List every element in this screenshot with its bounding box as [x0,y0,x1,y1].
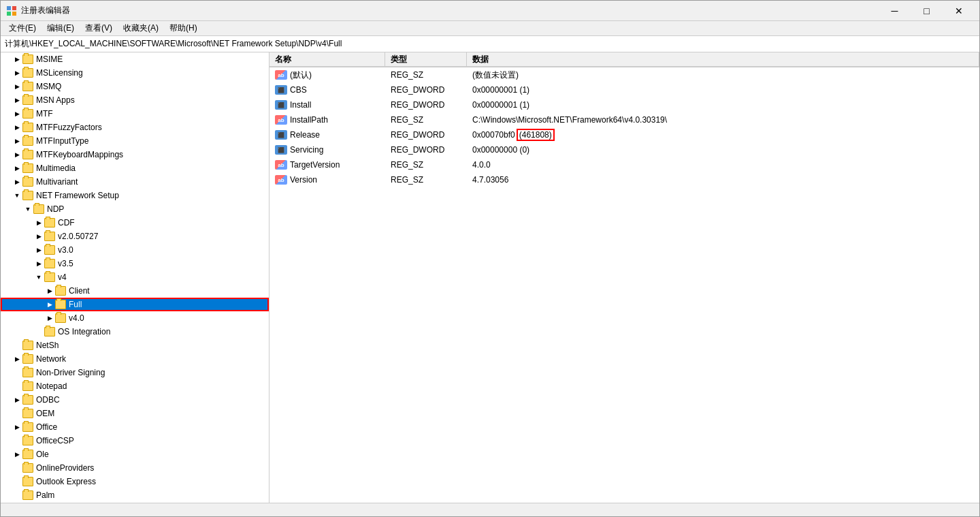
folder-icon [22,341,33,350]
reg-name-text: CBS [290,85,307,95]
tree-item-mtfkeyboardmappings[interactable]: ▶ MTFKeyboardMappings [1,148,269,161]
tree-item-onlineproviders[interactable]: OnlineProviders [1,461,269,475]
reg-icon-ab: ab [275,115,287,125]
tree-item-multivariant[interactable]: ▶ Multivariant [1,175,269,189]
col-header-type[interactable]: 类型 [385,52,467,66]
column-headers: 名称 类型 数据 [270,52,979,67]
tree-item-officecsp[interactable]: OfficeCSP [1,434,269,448]
registry-row-targetversion[interactable]: ab TargetVersion REG_SZ 4.0.0 [270,157,979,172]
reg-type-version: REG_SZ [385,175,467,185]
registry-row-servicing[interactable]: ⬛ Servicing REG_DWORD 0x00000000 (0) [270,142,979,157]
reg-name-release: ⬛ Release [270,130,385,140]
folder-icon [22,450,33,459]
registry-values-list[interactable]: ab (默认) REG_SZ (数值未设置) ⬛ CBS REG_DWORD 0… [270,67,979,503]
maximize-button[interactable]: □ [911,4,942,18]
reg-name-install: ⬛ Install [270,100,385,110]
svg-rect-1 [12,6,16,10]
tree-item-ole[interactable]: ▶ Ole [1,448,269,461]
tree-item-full[interactable]: ▶ Full [1,298,269,311]
expand-icon: ▶ [12,136,22,146]
expand-icon: ▶ [12,449,22,460]
tree-item-v4[interactable]: ▼ v4 [1,270,269,284]
expand-icon: ▶ [12,394,22,405]
tree-item-palm[interactable]: Palm [1,488,269,502]
tree-label: Palm [36,490,54,500]
tree-item-netframeworksetup[interactable]: ▼ NET Framework Setup [1,189,269,202]
folder-icon [22,68,33,78]
reg-name-text: Install [290,100,311,110]
tree-item-mslicensing[interactable]: ▶ MSLicensing [1,66,269,80]
tree-item-notepad[interactable]: Notepad [1,379,269,393]
folder-icon [22,150,33,159]
folder-icon [22,368,33,377]
tree-item-msime[interactable]: ▶ MSIME [1,52,269,66]
expand-icon: ▶ [12,108,22,119]
tree-label: v3.0 [58,245,74,255]
left-panel: ▶ MSIME ▶ MSLicensing ▶ MSMQ [1,52,270,503]
tree-item-msmq[interactable]: ▶ MSMQ [1,80,269,93]
tree-label: Multivariant [36,177,78,187]
tree-item-oem[interactable]: OEM [1,407,269,420]
menu-bar: 文件(E)编辑(E)查看(V)收藏夹(A)帮助(H) [1,21,979,36]
expand-icon: ▶ [12,95,22,106]
tree-item-mtfinputtype[interactable]: ▶ MTFInputType [1,134,269,148]
menu-item-v[interactable]: 查看(V) [80,21,118,35]
menu-item-h[interactable]: 帮助(H) [164,21,203,35]
registry-row-cbs[interactable]: ⬛ CBS REG_DWORD 0x00000001 (1) [270,82,979,97]
expand-icon: ▶ [33,258,44,269]
expand-icon: ▶ [44,285,55,296]
col-header-name[interactable]: 名称 [270,52,385,66]
registry-row-default[interactable]: ab (默认) REG_SZ (数值未设置) [270,67,979,82]
close-button[interactable]: ✕ [943,4,974,18]
tree-item-v30[interactable]: ▶ v3.0 [1,243,269,257]
tree-item-multimedia[interactable]: ▶ Multimedia [1,161,269,175]
tree-label: MSMQ [36,82,61,91]
registry-row-release[interactable]: ⬛ Release REG_DWORD 0x00070bf0 (461808) [270,127,979,142]
reg-data-installpath: C:\Windows\Microsoft.NET\Framework64\v4.… [467,115,979,125]
tree-label: OnlineProviders [36,463,94,473]
expand-icon: ▶ [12,354,22,364]
tree-item-outlookexpress[interactable]: Outlook Express [1,475,269,488]
folder-icon [44,327,55,336]
tree-view[interactable]: ▶ MSIME ▶ MSLicensing ▶ MSMQ [1,52,269,503]
menu-item-e[interactable]: 文件(E) [3,21,42,35]
folder-icon [22,54,33,64]
folder-icon [22,477,33,486]
svg-rect-3 [12,12,16,16]
tree-item-netsh[interactable]: NetSh [1,339,269,352]
tree-item-ndp[interactable]: ▼ NDP [1,202,269,216]
tree-item-osintegration[interactable]: OS Integration [1,325,269,339]
tree-item-v40[interactable]: ▶ v4.0 [1,311,269,325]
menu-item-e[interactable]: 编辑(E) [42,21,80,35]
tree-item-v35[interactable]: ▶ v3.5 [1,257,269,270]
tree-item-msnapps[interactable]: ▶ MSN Apps [1,93,269,107]
reg-data-cbs: 0x00000001 (1) [467,85,979,95]
tree-item-client[interactable]: ▶ Client [1,284,269,298]
reg-icon-dword: ⬛ [275,100,287,110]
tree-item-network[interactable]: ▶ Network [1,352,269,366]
tree-item-odbc[interactable]: ▶ ODBC [1,393,269,407]
folder-icon [22,109,33,119]
tree-item-v2[interactable]: ▶ v2.0.50727 [1,230,269,243]
reg-type-installpath: REG_SZ [385,115,467,125]
tree-item-mtf[interactable]: ▶ MTF [1,107,269,121]
svg-rect-0 [7,6,11,10]
minimize-button[interactable]: ─ [879,4,910,18]
folder-icon [55,286,66,296]
title-bar-controls: ─ □ ✕ [879,4,974,18]
menu-item-a[interactable]: 收藏夹(A) [118,21,164,35]
registry-row-installpath[interactable]: ab InstallPath REG_SZ C:\Windows\Microso… [270,112,979,127]
tree-item-mtffuzzyfactors[interactable]: ▶ MTFFuzzyFactors [1,121,269,134]
registry-row-install[interactable]: ⬛ Install REG_DWORD 0x00000001 (1) [270,97,979,112]
tree-item-office[interactable]: ▶ Office [1,420,269,434]
folder-icon [22,82,33,91]
reg-data-install: 0x00000001 (1) [467,100,979,110]
tree-label: MSLicensing [36,68,83,78]
registry-row-version[interactable]: ab Version REG_SZ 4.7.03056 [270,172,979,187]
reg-data-default: (数值未设置) [467,69,979,81]
tree-item-nondriversigning[interactable]: Non-Driver Signing [1,366,269,379]
tree-item-cdf[interactable]: ▶ CDF [1,216,269,230]
expand-icon: ▶ [12,163,22,174]
expand-icon [33,326,44,337]
col-header-data[interactable]: 数据 [467,52,979,66]
